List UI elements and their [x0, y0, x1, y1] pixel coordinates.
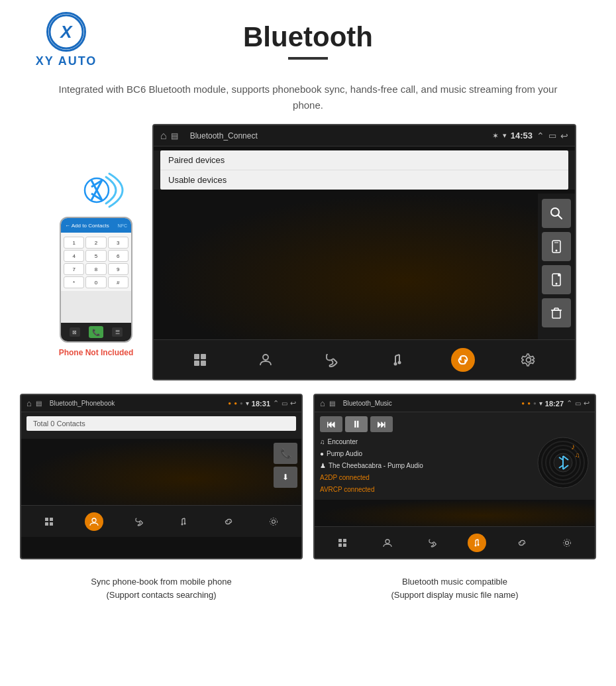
svg-point-39	[181, 523, 183, 525]
dialpad-key-0[interactable]: 0	[85, 276, 106, 288]
nav-music-icon[interactable]	[385, 348, 409, 372]
back-icon[interactable]: ↩	[560, 131, 568, 141]
wifi-icon: ▾	[503, 131, 507, 140]
next-btn[interactable]: ⏭	[370, 416, 393, 432]
svg-text:X: X	[59, 22, 73, 42]
delete-side-btn[interactable]	[542, 298, 571, 327]
mu-expand[interactable]: ⌃	[566, 399, 572, 408]
svg-rect-23	[201, 361, 206, 366]
pb-back[interactable]: ↩	[290, 399, 296, 408]
svg-point-42	[270, 518, 278, 525]
nav-link-icon[interactable]	[451, 348, 475, 372]
mu-wifi: ▾	[539, 400, 542, 407]
bluetooth-signal	[73, 164, 119, 210]
phonebook-caption: Sync phone-book from mobile phone (Suppo…	[20, 575, 303, 601]
svg-rect-57	[338, 543, 342, 547]
dialpad-key-star[interactable]: *	[64, 276, 84, 288]
svg-text:♫: ♫	[575, 451, 580, 459]
mu-home-icon[interactable]: ⌂	[320, 398, 325, 408]
audio-icon: ●	[320, 448, 324, 460]
pb-nav-grid[interactable]	[40, 512, 58, 531]
mu-dot2: ●	[527, 400, 531, 406]
device-list: Paired devices Usable devices	[154, 150, 575, 190]
home-icon[interactable]: ⌂	[160, 130, 167, 142]
pb-nav-person[interactable]	[85, 512, 103, 531]
phone-end-btn[interactable]: ⊠	[70, 327, 80, 337]
svg-text:♪: ♪	[571, 442, 575, 451]
svg-point-64	[478, 543, 480, 545]
pb-status-right: ● ● ● ▾ 18:31 ⌃ ▭ ↩	[228, 399, 296, 408]
dialpad-key-8[interactable]: 8	[85, 263, 106, 275]
mu-nav-link[interactable]	[513, 534, 531, 552]
mu-dock-icon: ▤	[329, 400, 335, 407]
dialpad-key-9[interactable]: 9	[108, 263, 128, 275]
dialpad-key-2[interactable]: 2	[85, 237, 106, 249]
main-bottom-nav	[154, 339, 575, 379]
status-app-name: Bluetooth_Connect	[183, 131, 487, 141]
svg-point-14	[558, 274, 560, 276]
pb-screen[interactable]: ▭	[282, 400, 287, 407]
svg-rect-34	[50, 522, 53, 526]
search-side-btn[interactable]	[542, 199, 571, 228]
svg-point-29	[397, 361, 401, 364]
pb-nav-phone[interactable]	[130, 512, 148, 531]
svg-rect-33	[45, 522, 48, 526]
mu-nav-music[interactable]	[468, 534, 486, 552]
mu-nav-person[interactable]	[378, 534, 397, 552]
dialpad-key-5[interactable]: 5	[85, 250, 106, 262]
mu-back[interactable]: ↩	[584, 399, 590, 408]
prev-btn[interactable]: ⏮	[320, 416, 342, 432]
svg-line-8	[558, 215, 562, 219]
music-status-bar: ⌂ ▤ Bluetooth_Music ● ● ● ▾ 18:27 ⌃ ▭ ↩	[315, 395, 595, 412]
play-pause-btn[interactable]: ⏸	[345, 416, 368, 432]
dialpad-key-6[interactable]: 6	[108, 250, 128, 262]
svg-rect-58	[343, 543, 346, 547]
device-item-usable[interactable]: Usable devices	[160, 170, 568, 190]
nav-person-icon[interactable]	[254, 348, 278, 372]
import-contact-btn[interactable]: ⬇	[274, 467, 297, 488]
mu-screen[interactable]: ▭	[575, 400, 581, 407]
nav-phone-icon[interactable]	[319, 348, 343, 372]
contacts-placeholder: Total 0 Contacts	[33, 420, 85, 428]
dialpad-key-7[interactable]: 7	[64, 263, 84, 275]
phone-call-btn[interactable]: 📞	[89, 326, 103, 338]
page-title: Bluetooth	[113, 21, 503, 53]
title-underline	[288, 57, 328, 60]
svg-point-40	[184, 522, 186, 524]
call-contact-btn[interactable]: 📞	[274, 443, 297, 464]
logo-circle: X	[46, 12, 86, 52]
svg-point-59	[385, 540, 389, 543]
contacts-search-bar[interactable]: Total 0 Contacts	[26, 416, 296, 431]
phone-body: ← Add to Contacts NFC 1 2 3 4 5 6 7 8 9 …	[60, 217, 132, 343]
mu-nav-settings[interactable]	[558, 534, 576, 552]
nav-grid-icon[interactable]	[188, 348, 212, 372]
music-caption: Bluetooth music compatible (Support disp…	[313, 575, 596, 601]
phone-side-btn[interactable]	[542, 232, 571, 261]
screen-icon[interactable]: ▭	[548, 131, 556, 141]
mu-nav-grid[interactable]	[333, 534, 352, 552]
dialpad-key-4[interactable]: 4	[64, 250, 84, 262]
pb-dot2: ●	[234, 400, 237, 406]
artist-track: The Cheebacabra - Pump Audio	[329, 460, 423, 472]
dialpad-key-hash[interactable]: #	[108, 276, 128, 288]
dialpad-key-1[interactable]: 1	[64, 237, 84, 249]
pb-nav-link[interactable]	[219, 512, 238, 531]
pb-nav-settings[interactable]	[264, 512, 283, 531]
dialpad-key-3[interactable]: 3	[108, 237, 128, 249]
logo-area: X XY AUTO	[20, 12, 113, 68]
phone-screen: 1 2 3 4 5 6 7 8 9 * 0 #	[61, 233, 131, 291]
pb-home-icon[interactable]: ⌂	[26, 398, 32, 408]
nav-settings-icon[interactable]	[517, 348, 540, 372]
device-item-paired[interactable]: Paired devices	[160, 150, 568, 170]
pb-expand[interactable]: ⌃	[273, 399, 279, 408]
mu-status-right: ● ● ● ▾ 18:27 ⌃ ▭ ↩	[521, 399, 590, 408]
mu-nav-phone[interactable]	[423, 534, 442, 552]
pb-nav-music[interactable]	[174, 512, 193, 531]
main-section: ← Add to Contacts NFC 1 2 3 4 5 6 7 8 9 …	[0, 124, 616, 380]
phone-action-bar: ⊠ 📞 ☰	[61, 323, 131, 341]
expand-icon[interactable]: ⌃	[537, 131, 544, 141]
phone-menu-btn[interactable]: ☰	[112, 327, 123, 337]
settings-side-btn[interactable]	[542, 265, 571, 294]
mu-app-name: Bluetooth_Music	[339, 400, 517, 407]
music-panel-inner: ♫ Encounter ● Pump Audio ♟ The Cheebacab…	[320, 436, 590, 496]
